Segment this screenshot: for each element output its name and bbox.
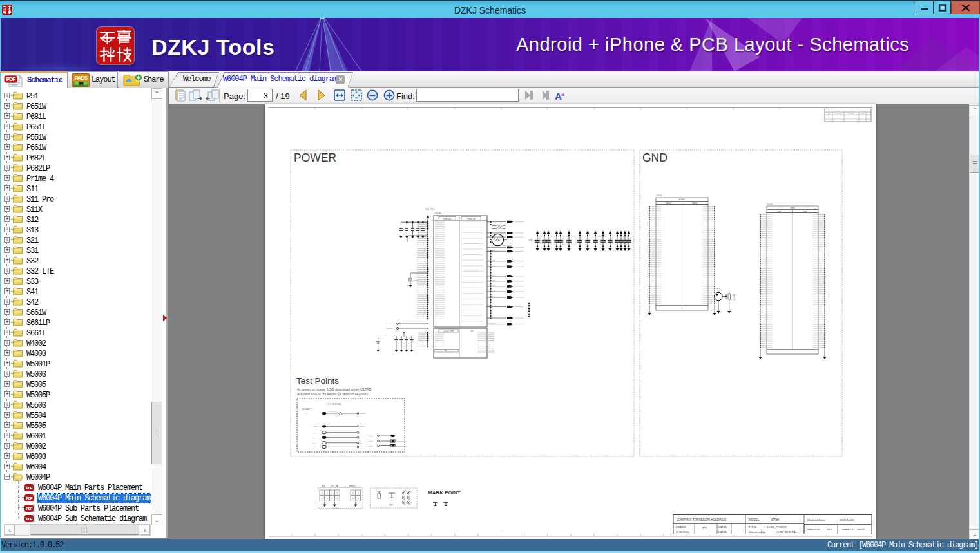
svg-text:2019-11-26: 2019-11-26 bbox=[840, 518, 854, 521]
svg-text:2: 2 bbox=[291, 534, 293, 536]
svg-text:PMIC06: PMIC06 bbox=[443, 218, 451, 220]
svg-text:C18: C18 bbox=[615, 228, 619, 229]
svg-text:C18: C18 bbox=[535, 228, 539, 229]
svg-text:GB UART *: GB UART * bbox=[302, 408, 312, 411]
svg-text:RX0: RX0 bbox=[360, 432, 363, 434]
svg-text:SHEET:3: SHEET:3 bbox=[842, 528, 854, 531]
svg-text:C18: C18 bbox=[567, 228, 570, 229]
svg-text:AGND: AGND bbox=[693, 202, 698, 205]
svg-text:TP: TP bbox=[360, 446, 362, 448]
svg-text:x xxxx: x xxxx bbox=[390, 500, 394, 501]
svg-text:TP: TP bbox=[313, 442, 315, 444]
svg-text:KEYOUT0: KEYOUT0 bbox=[386, 328, 394, 330]
svg-text:GND: GND bbox=[313, 437, 317, 439]
svg-text:GND: GND bbox=[778, 211, 782, 213]
svg-text:xxxxxxxx: xxxxxxxx bbox=[849, 113, 855, 114]
svg-text:PWR IN: PWR IN bbox=[467, 218, 476, 220]
svg-text:KCOL0: KCOL0 bbox=[368, 445, 374, 447]
svg-text:xxxx xxx: xxxx xxx bbox=[836, 113, 841, 114]
svg-text:U1801A: U1801A bbox=[434, 212, 441, 214]
svg-text:C18: C18 bbox=[543, 228, 546, 229]
svg-text:5: 5 bbox=[617, 534, 618, 536]
svg-text:VBUS: VBUS bbox=[313, 426, 318, 427]
svg-text:C18: C18 bbox=[601, 228, 604, 229]
svg-text:CHECKED: CHECKED bbox=[676, 530, 689, 534]
svg-text:xxxx: xxxx bbox=[323, 488, 325, 489]
svg-text:Confidentiality: Confidentiality bbox=[749, 530, 766, 534]
svg-text:AGND: AGND bbox=[679, 198, 686, 201]
svg-text:is pulled to GND or keyin0 (a: is pulled to GND or keyin0 (a short to k… bbox=[297, 392, 370, 396]
svg-text:3: 3 bbox=[709, 534, 711, 536]
svg-text:1: 1 bbox=[338, 534, 339, 536]
svg-text:U1801B: U1801B bbox=[656, 194, 662, 197]
svg-text:xxx xxxxxxx xx xxxx: xxx xxxxxxx xx xxxx bbox=[841, 110, 855, 112]
svg-text:CONFIDENTIAL: CONFIDENTIAL bbox=[776, 530, 798, 534]
svg-text:VCXO_EN: VCXO_EN bbox=[443, 330, 454, 332]
svg-text:R1700 100R: R1700 100R bbox=[329, 411, 337, 412]
svg-text:EMMC: EMMC bbox=[349, 485, 356, 487]
svg-text:DATED: DATED bbox=[718, 530, 727, 534]
svg-text:xxxx: xxxx bbox=[333, 488, 336, 489]
svg-text:GND: GND bbox=[803, 211, 807, 213]
svg-text:7: 7 bbox=[524, 534, 525, 536]
svg-text:NC: NC bbox=[445, 350, 448, 352]
svg-text:C18: C18 bbox=[559, 228, 562, 229]
svg-text:PDF: PDF bbox=[6, 76, 15, 82]
svg-text:C18: C18 bbox=[627, 228, 630, 229]
svg-text:U1TXD: U1TXD bbox=[360, 413, 365, 415]
svg-text:C18: C18 bbox=[586, 228, 589, 229]
svg-text:xxx xxx: xxx xxx bbox=[403, 489, 407, 491]
svg-text:TITLE:: TITLE: bbox=[749, 525, 757, 529]
svg-text:2: 2 bbox=[756, 534, 757, 536]
svg-text:C18: C18 bbox=[578, 228, 581, 229]
svg-text:logo: logo bbox=[389, 503, 393, 506]
svg-text:qdy: qdy bbox=[702, 525, 707, 529]
svg-text:KPD_KROW0: KPD_KROW0 bbox=[396, 445, 407, 447]
svg-text:9: 9 bbox=[431, 534, 432, 536]
svg-text:4: 4 bbox=[663, 534, 664, 536]
svg-text:RX0: RX0 bbox=[313, 432, 316, 434]
svg-text:GND: GND bbox=[642, 151, 668, 164]
svg-text:(* R17 REWORK): (* R17 REWORK) bbox=[326, 403, 341, 406]
svg-text:PDF: PDF bbox=[26, 506, 33, 511]
svg-text:C18: C18 bbox=[608, 228, 611, 229]
svg-text:MiniB 5P: MiniB 5P bbox=[733, 294, 735, 301]
svg-text:PDF: PDF bbox=[26, 485, 33, 490]
svg-text:BG: BG bbox=[322, 485, 325, 487]
svg-text:TP1801: TP1801 bbox=[414, 279, 419, 281]
svg-text:VRTC: VRTC bbox=[395, 330, 399, 332]
svg-text:KCOL0: KCOL0 bbox=[368, 440, 374, 442]
svg-text:C1820: C1820 bbox=[381, 338, 385, 339]
svg-text:U1801B: U1801B bbox=[767, 203, 773, 205]
svg-text:KEYIN0: KEYIN0 bbox=[386, 323, 392, 325]
svg-text:MARK POINT: MARK POINT bbox=[428, 490, 461, 496]
svg-text:VERSION:: VERSION: bbox=[807, 528, 820, 531]
svg-text:C18: C18 bbox=[593, 228, 597, 229]
svg-text:PADS: PADS bbox=[75, 75, 88, 81]
svg-text:TX: TX bbox=[305, 413, 307, 415]
svg-text:VBUS: VBUS bbox=[360, 426, 365, 427]
svg-text:GND: GND bbox=[790, 207, 795, 209]
svg-text:PDF: PDF bbox=[26, 516, 33, 521]
svg-text:At power on stage, USB downloa: At power on stage, USB download when U1T… bbox=[297, 388, 372, 391]
svg-text:KPD_KROW0: KPD_KROW0 bbox=[396, 440, 407, 442]
svg-text:xx: xx bbox=[445, 500, 447, 501]
svg-text:AGND: AGND bbox=[666, 202, 671, 205]
svg-text:C1811 C1812 C1813 C1814: C1811 C1812 C1813 C1814 bbox=[398, 226, 414, 227]
svg-text:PDF: PDF bbox=[26, 496, 33, 500]
svg-text:8: 8 bbox=[477, 534, 479, 536]
svg-text:a: a bbox=[561, 90, 565, 97]
svg-text:6: 6 bbox=[570, 534, 572, 536]
svg-text:SP5H: SP5H bbox=[771, 518, 779, 521]
svg-text:GND: GND bbox=[360, 437, 364, 439]
svg-text:10.BB_POWER: 10.BB_POWER bbox=[767, 525, 787, 529]
svg-text:KPD_KROW0: KPD_KROW0 bbox=[396, 435, 407, 437]
svg-text:POWER: POWER bbox=[294, 151, 336, 164]
svg-text:xxxx: xxxx bbox=[354, 488, 356, 489]
svg-text:1: 1 bbox=[802, 534, 803, 536]
svg-text:Test Points: Test Points bbox=[296, 376, 339, 386]
svg-text:MODEL:: MODEL: bbox=[749, 518, 760, 521]
svg-text:V3.0: V3.0 bbox=[827, 528, 832, 531]
svg-text:C18: C18 bbox=[546, 228, 550, 229]
svg-text:TP_BAT: TP_BAT bbox=[714, 288, 720, 290]
